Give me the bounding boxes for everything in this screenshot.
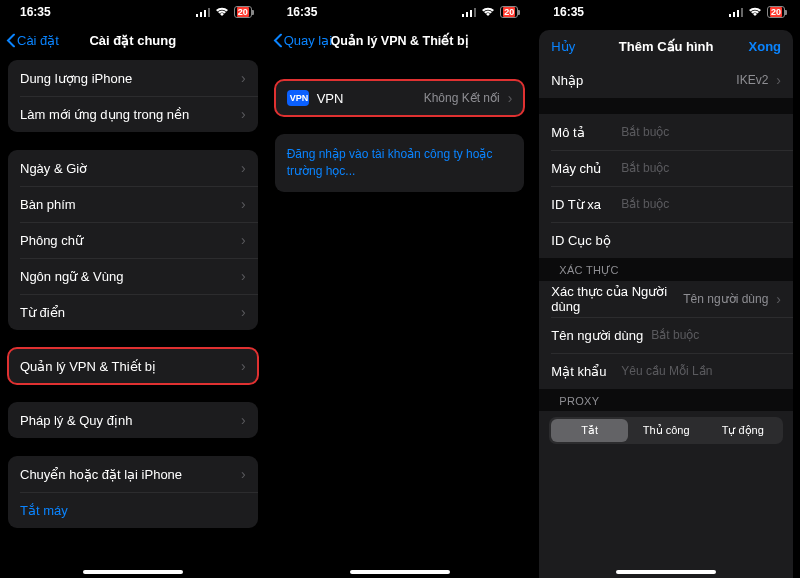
status-bar: 16:35 20 [533, 0, 799, 24]
username-field[interactable]: Bắt buộc [651, 328, 699, 342]
row-legal[interactable]: Pháp lý & Quy định › [8, 402, 258, 438]
content: VPN VPN Không Kết nối › Đăng nhập vào tà… [267, 56, 533, 578]
vpn-group-highlighted: VPN VPN Không Kết nối › [275, 80, 525, 116]
svg-rect-8 [729, 14, 731, 17]
svg-rect-1 [200, 12, 202, 17]
svg-rect-5 [466, 12, 468, 17]
remote-id-field[interactable]: Bắt buộc [621, 197, 669, 211]
settings-group-highlighted: Quản lý VPN & Thiết bị › [8, 348, 258, 384]
segment-off[interactable]: Tắt [551, 419, 628, 442]
svg-rect-3 [208, 8, 210, 17]
page-title: Quản lý VPN & Thiết bị [330, 33, 468, 48]
row-vpn[interactable]: VPN VPN Không Kết nối › [275, 80, 525, 116]
row-server[interactable]: Máy chủ Bắt buộc [539, 150, 793, 186]
nav-bar: Cài đặt Cài đặt chung [0, 24, 266, 56]
chevron-right-icon: › [241, 161, 246, 175]
row-shutdown[interactable]: Tắt máy [8, 492, 258, 528]
chevron-right-icon: › [241, 467, 246, 481]
modal-nav-bar: Hủy Thêm Cấu hình Xong [539, 30, 793, 62]
row-local-id[interactable]: ID Cục bộ [539, 222, 793, 258]
status-time: 16:35 [287, 5, 318, 19]
row-password[interactable]: Mật khẩu Yêu cầu Mỗi Lần [539, 353, 793, 389]
signin-link[interactable]: Đăng nhập vào tài khoản công ty hoặc trư… [275, 134, 525, 192]
config-group: Mô tả Bắt buộc Máy chủ Bắt buộc ID Từ xa… [539, 114, 793, 258]
chevron-left-icon [6, 33, 15, 47]
row-language-region[interactable]: Ngôn ngữ & Vùng › [8, 258, 258, 294]
back-button[interactable]: Quay lại [273, 33, 332, 48]
chevron-right-icon: › [241, 71, 246, 85]
battery-icon: 20 [500, 6, 518, 18]
proxy-segmented-control: Tắt Thủ công Tự động [549, 417, 783, 444]
chevron-right-icon: › [776, 292, 781, 306]
description-field[interactable]: Bắt buộc [621, 125, 669, 139]
nav-bar: Quay lại Quản lý VPN & Thiết bị [267, 24, 533, 56]
config-group: Nhập IKEv2 › [539, 62, 793, 98]
row-fonts[interactable]: Phông chữ › [8, 222, 258, 258]
password-field[interactable]: Yêu cầu Mỗi Lần [621, 364, 712, 378]
cancel-button[interactable]: Hủy [551, 39, 575, 54]
wifi-icon [215, 7, 229, 17]
done-button[interactable]: Xong [749, 39, 782, 54]
back-button[interactable]: Cài đặt [6, 33, 59, 48]
screen-add-configuration: 16:35 20 Hủy Thêm Cấu hình Xong Nhập IKE… [533, 0, 800, 578]
battery-icon: 20 [234, 6, 252, 18]
svg-rect-11 [741, 8, 743, 17]
chevron-left-icon [273, 33, 282, 47]
chevron-right-icon: › [241, 107, 246, 121]
status-bar: 16:35 20 [267, 0, 533, 24]
chevron-right-icon: › [241, 305, 246, 319]
status-right: 20 [196, 6, 252, 18]
home-indicator[interactable] [83, 570, 183, 574]
row-background-refresh[interactable]: Làm mới ứng dụng trong nền › [8, 96, 258, 132]
row-description[interactable]: Mô tả Bắt buộc [539, 114, 793, 150]
screen-vpn-device-management: 16:35 20 Quay lại Quản lý VPN & Thiết bị… [267, 0, 534, 578]
signal-icon [196, 7, 210, 17]
svg-rect-2 [204, 10, 206, 17]
home-indicator[interactable] [616, 570, 716, 574]
row-vpn-device-management[interactable]: Quản lý VPN & Thiết bị › [8, 348, 258, 384]
row-iphone-storage[interactable]: Dung lượng iPhone › [8, 60, 258, 96]
status-right: 20 [462, 6, 518, 18]
row-remote-id[interactable]: ID Từ xa Bắt buộc [539, 186, 793, 222]
chevron-right-icon: › [241, 197, 246, 211]
section-header-auth: XÁC THỰC [539, 258, 793, 281]
settings-group: Pháp lý & Quy định › [8, 402, 258, 438]
svg-rect-6 [470, 10, 472, 17]
status-time: 16:35 [20, 5, 51, 19]
chevron-right-icon: › [241, 269, 246, 283]
chevron-right-icon: › [776, 73, 781, 87]
row-transfer-reset[interactable]: Chuyển hoặc đặt lại iPhone › [8, 456, 258, 492]
row-type[interactable]: Nhập IKEv2 › [539, 62, 793, 98]
modal-content: Nhập IKEv2 › Mô tả Bắt buộc Máy chủ Bắt … [539, 62, 793, 578]
chevron-right-icon: › [241, 413, 246, 427]
svg-rect-7 [474, 8, 476, 17]
settings-group: Chuyển hoặc đặt lại iPhone › Tắt máy [8, 456, 258, 528]
page-title: Cài đặt chung [89, 33, 176, 48]
status-bar: 16:35 20 [0, 0, 266, 24]
home-indicator[interactable] [350, 570, 450, 574]
screen-general-settings: 16:35 20 Cài đặt Cài đặt chung Dung lượn… [0, 0, 267, 578]
signal-icon [729, 7, 743, 17]
back-label: Cài đặt [17, 33, 59, 48]
content: Dung lượng iPhone › Làm mới ứng dụng tro… [0, 56, 266, 578]
wifi-icon [748, 7, 762, 17]
segment-manual[interactable]: Thủ công [628, 419, 705, 442]
row-user-auth[interactable]: Xác thực của Người dùng Tên người dùng › [539, 281, 793, 317]
chevron-right-icon: › [241, 233, 246, 247]
section-header-proxy: PROXY [539, 389, 793, 411]
row-dictionary[interactable]: Từ điển › [8, 294, 258, 330]
svg-rect-0 [196, 14, 198, 17]
wifi-icon [481, 7, 495, 17]
auth-group: Xác thực của Người dùng Tên người dùng ›… [539, 281, 793, 389]
vpn-badge-icon: VPN [287, 90, 309, 106]
server-field[interactable]: Bắt buộc [621, 161, 669, 175]
row-date-time[interactable]: Ngày & Giờ › [8, 150, 258, 186]
settings-group: Dung lượng iPhone › Làm mới ứng dụng tro… [8, 60, 258, 132]
svg-rect-9 [733, 12, 735, 17]
row-username[interactable]: Tên người dùng Bắt buộc [539, 317, 793, 353]
chevron-right-icon: › [241, 359, 246, 373]
chevron-right-icon: › [508, 91, 513, 105]
status-time: 16:35 [553, 5, 584, 19]
row-keyboard[interactable]: Bàn phím › [8, 186, 258, 222]
segment-auto[interactable]: Tự động [704, 419, 781, 442]
